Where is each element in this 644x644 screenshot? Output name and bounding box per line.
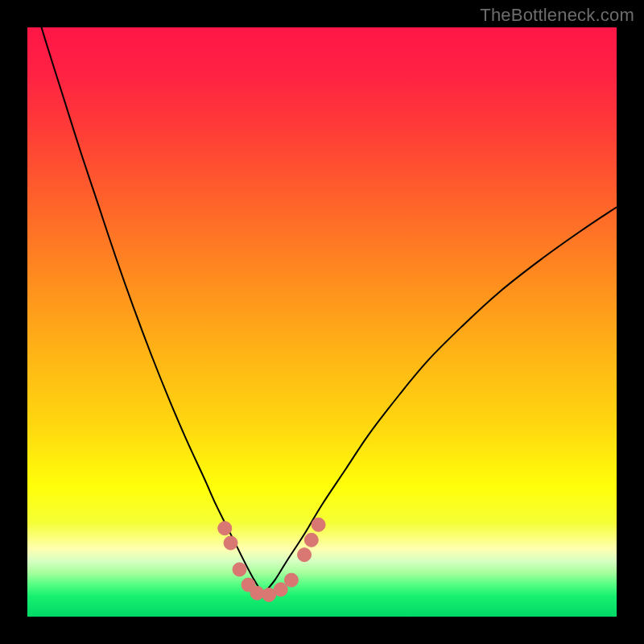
plot-area	[27, 27, 617, 617]
marker-dot	[284, 573, 298, 587]
marker-dot	[218, 522, 232, 535]
marker-dot	[304, 533, 318, 547]
marker-dot	[233, 563, 246, 576]
chart-canvas	[27, 27, 617, 617]
watermark-text: TheBottleneck.com	[480, 5, 634, 26]
marker-dot	[224, 536, 237, 550]
chart-frame: TheBottleneck.com	[0, 0, 644, 644]
marker-dot	[274, 583, 287, 597]
marker-dot	[312, 518, 325, 531]
marker-dot	[298, 548, 312, 562]
